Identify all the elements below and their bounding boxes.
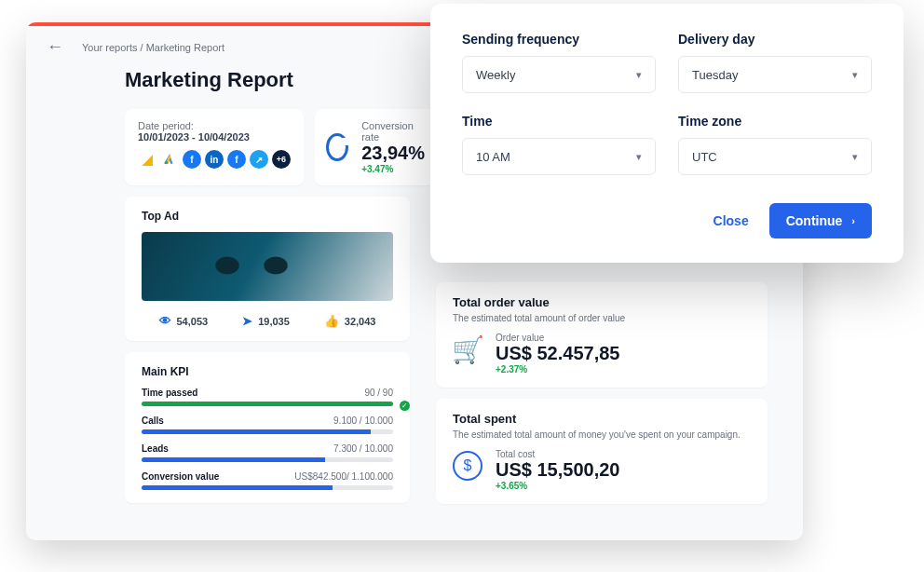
eye-icon: 👁: [159, 314, 171, 328]
continue-button[interactable]: Continue›: [769, 203, 872, 238]
total-cost-value: US$ 15,500,20: [496, 459, 619, 481]
order-delta: +2.37%: [496, 364, 619, 375]
chevron-down-icon: ▾: [636, 151, 642, 163]
conversion-delta: +3.47%: [361, 164, 425, 174]
frequency-select[interactable]: Weekly▾: [462, 56, 656, 93]
total-cost-label: Total cost: [496, 449, 619, 459]
cart-icon: 🛒: [453, 334, 482, 364]
schedule-modal: Sending frequency Weekly▾ Delivery day T…: [430, 4, 904, 263]
analytics-icon: ◢: [138, 150, 156, 169]
chevron-down-icon: ▾: [852, 151, 858, 163]
linkedin-icon: in: [205, 150, 224, 169]
chevron-down-icon: ▾: [852, 69, 858, 81]
time-select[interactable]: 10 AM▾: [462, 138, 656, 175]
send-icon: ➤: [242, 314, 252, 328]
time-label: Time: [462, 114, 656, 129]
kpi-row: Calls9.100 / 10.000: [142, 415, 393, 434]
frequency-label: Sending frequency: [462, 32, 656, 47]
dollar-icon: $: [453, 451, 482, 481]
check-icon: ✓: [400, 401, 410, 411]
delivery-day-label: Delivery day: [678, 32, 872, 47]
facebook-icon: f: [227, 150, 246, 169]
svg-point-0: [165, 161, 169, 165]
top-ad-label: Top Ad: [142, 210, 393, 223]
order-value: US$ 52.457,85: [496, 343, 619, 364]
timezone-select[interactable]: UTC▾: [678, 138, 872, 175]
order-value-sub: The estimated total amount of order valu…: [453, 313, 751, 323]
thumb-icon: 👍: [324, 314, 339, 328]
more-platforms-badge[interactable]: +6: [272, 150, 291, 169]
order-value-title: Total order value: [453, 295, 751, 309]
likes-stat: 👍32,043: [324, 314, 376, 328]
facebook-icon: f: [183, 150, 201, 169]
ads-icon: [160, 150, 179, 169]
timezone-label: Time zone: [678, 114, 872, 129]
close-button[interactable]: Close: [710, 204, 753, 238]
conversion-value: 23,94%: [361, 143, 425, 164]
social-icon: ↗: [250, 150, 268, 169]
chevron-down-icon: ▾: [636, 69, 642, 81]
sends-stat: ➤19,035: [242, 314, 290, 328]
order-value-label: Order value: [496, 333, 619, 343]
total-spent-sub: The estimated total amount of money you'…: [453, 429, 751, 440]
delivery-day-select[interactable]: Tuesday▾: [678, 56, 872, 93]
kpi-row: Conversion valueUS$842.500/ 1.100.000: [142, 471, 393, 490]
views-stat: 👁54,053: [159, 314, 209, 328]
spent-delta: +3.65%: [496, 481, 619, 491]
kpi-row: Time passed90 / 90 ✓: [142, 388, 393, 406]
date-period-label: Date period:: [138, 120, 291, 131]
total-spent-title: Total spent: [453, 412, 751, 426]
back-arrow-icon[interactable]: ←: [47, 37, 63, 57]
refresh-icon: [326, 133, 348, 161]
date-period-value: 10/01/2023 - 10/04/2023: [138, 131, 291, 143]
top-ad-image[interactable]: [142, 232, 393, 301]
conversion-label: Conversion rate: [361, 120, 425, 143]
platform-icons: ◢ f in f ↗ +6: [138, 150, 291, 169]
kpi-row: Leads7.300 / 10.000: [142, 443, 393, 462]
chevron-right-icon: ›: [851, 215, 855, 226]
kpi-label: Main KPI: [142, 365, 393, 378]
breadcrumb[interactable]: Your reports / Marketing Report: [82, 42, 224, 53]
